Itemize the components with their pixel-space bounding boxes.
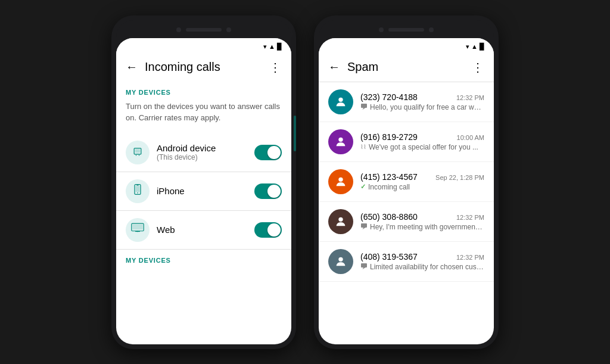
android-icon-circle: [126, 141, 150, 164]
camera-left: [176, 27, 181, 32]
android-device-subtitle: (This device): [157, 153, 247, 161]
iphone-device-icon: [132, 183, 144, 198]
avatar-3: [328, 209, 353, 234]
android-device-name: Android device: [157, 143, 247, 153]
preview-icon-2: ✓: [360, 183, 366, 191]
app-header-1: ← Incoming calls ⋮: [116, 53, 291, 82]
battery-icon-2: ▉: [480, 43, 484, 51]
android-device-toggle[interactable]: [254, 145, 282, 160]
spam-preview-0: Hello, you qualify for free a car wash: [360, 103, 484, 111]
status-icons-2: ▾ ▲ ▉: [466, 43, 484, 51]
status-bar-2: ▾ ▲ ▉: [319, 38, 494, 53]
back-button-1[interactable]: ←: [126, 60, 138, 74]
svg-point-15: [338, 137, 343, 141]
spam-number-3: (650) 308-8860: [360, 212, 418, 222]
device-item-iphone: iPhone: [116, 172, 291, 210]
section-label-my-devices-1: MY DEVICES: [116, 82, 291, 98]
spam-preview-4: Limited availability for chosen cust...: [360, 263, 484, 271]
spam-info-4: (408) 319-536712:32 PMLimited availabili…: [360, 252, 484, 271]
wifi-icon: ▾: [263, 43, 267, 51]
battery-icon: ▉: [277, 43, 282, 51]
svg-rect-1: [135, 150, 140, 153]
preview-text-1: We've got a special offer for you ...: [369, 143, 478, 151]
toggle-knob-android: [267, 146, 281, 159]
svg-rect-18: [361, 223, 367, 228]
web-device-info: Web: [157, 225, 247, 235]
page-title-2: Spam: [347, 60, 378, 74]
spam-number-0: (323) 720-4188: [360, 92, 418, 102]
web-icon-circle: [126, 218, 150, 242]
spam-preview-3: Hey, I'm meeting with governmental ...: [360, 223, 484, 231]
spam-number-row-4: (408) 319-536712:32 PM: [360, 252, 484, 262]
status-icons-1: ▾ ▲ ▉: [263, 43, 282, 51]
spam-list-item[interactable]: (408) 319-536712:32 PMLimited availabili…: [319, 242, 494, 282]
section-label-my-devices-2: MY DEVICES: [116, 250, 291, 266]
web-device-icon: [131, 223, 144, 237]
spam-time-4: 12:32 PM: [456, 254, 484, 261]
header-left-1: ← Incoming calls: [126, 60, 220, 74]
avatar-4: [328, 249, 353, 274]
more-menu-1[interactable]: ⋮: [269, 60, 282, 74]
avatar-2: [328, 169, 353, 194]
speaker-bar: [186, 28, 222, 32]
spam-time-1: 10:00 AM: [457, 134, 484, 141]
status-bar-1: ▾ ▲ ▉: [116, 38, 291, 53]
screen-content-1: MY DEVICES Turn on the devices you want …: [116, 82, 291, 344]
wifi-icon-2: ▾: [466, 43, 469, 51]
svg-point-16: [338, 177, 343, 181]
preview-text-0: Hello, you qualify for free a car wash: [370, 103, 484, 111]
preview-icon-4: [360, 263, 368, 271]
spam-time-3: 12:32 PM: [456, 214, 484, 221]
camera-right: [226, 27, 231, 32]
spam-list-item[interactable]: (415) 123-4567Sep 22, 1:28 PM✓Incoming c…: [319, 162, 494, 202]
iphone-device-info: iPhone: [157, 186, 247, 196]
svg-rect-20: [361, 263, 367, 267]
spam-list-item[interactable]: (916) 819-272910:00 AM⌇⌇We've got a spec…: [319, 122, 494, 162]
phone-spam: ▾ ▲ ▉ ← Spam ⋮ (323) 720-418812:32 PMHel…: [314, 15, 499, 349]
spam-number-1: (916) 819-2729: [360, 132, 418, 142]
phone-notch-2: [319, 20, 494, 38]
device-item-web: Web: [116, 211, 291, 249]
avatar-0: [328, 89, 353, 114]
app-header-2: ← Spam ⋮: [319, 53, 494, 82]
device-item-android: Android device (This device): [116, 133, 291, 172]
spam-preview-1: ⌇⌇We've got a special offer for you ...: [360, 143, 484, 151]
speaker-bar-2: [388, 28, 424, 32]
more-menu-2[interactable]: ⋮: [472, 60, 484, 74]
web-device-toggle[interactable]: [254, 222, 282, 238]
svg-point-17: [338, 217, 343, 221]
spam-list-item[interactable]: (650) 308-886012:32 PMHey, I'm meeting w…: [319, 202, 494, 242]
svg-point-7: [137, 192, 138, 194]
phone-notch: [116, 20, 291, 38]
iphone-icon-circle: [126, 179, 150, 203]
camera-right-2: [429, 27, 434, 32]
spam-number-4: (408) 319-5367: [360, 252, 418, 262]
phone-incoming-calls: ▾ ▲ ▉ ← Incoming calls ⋮ MY DEVICES Turn…: [111, 15, 296, 349]
back-button-2[interactable]: ←: [328, 60, 340, 74]
devices-description: Turn on the devices you want to answer c…: [116, 98, 291, 133]
iphone-device-toggle[interactable]: [254, 183, 282, 199]
spam-time-0: 12:32 PM: [456, 94, 484, 101]
svg-point-19: [338, 257, 343, 261]
spam-list-item[interactable]: (323) 720-418812:32 PMHello, you qualify…: [319, 82, 494, 122]
android-device-info: Android device (This device): [157, 143, 247, 161]
phones-container: ▾ ▲ ▉ ← Incoming calls ⋮ MY DEVICES Turn…: [111, 15, 499, 349]
spam-info-1: (916) 819-272910:00 AM⌇⌇We've got a spec…: [360, 132, 484, 151]
svg-rect-14: [361, 104, 367, 108]
svg-rect-10: [132, 225, 142, 230]
spam-number-row-3: (650) 308-886012:32 PM: [360, 212, 484, 222]
preview-icon-1: ⌇⌇: [360, 144, 366, 150]
camera-left-2: [379, 27, 384, 32]
avatar-1: [328, 129, 353, 154]
spam-time-2: Sep 22, 1:28 PM: [435, 174, 484, 181]
preview-text-3: Hey, I'm meeting with governmental ...: [370, 223, 484, 231]
preview-icon-0: [360, 103, 368, 111]
android-device-icon: [132, 145, 144, 160]
spam-number-row-1: (916) 819-272910:00 AM: [360, 132, 484, 142]
spam-list: (323) 720-418812:32 PMHello, you qualify…: [319, 82, 494, 282]
signal-icon: ▲: [269, 43, 275, 50]
spam-number-row-2: (415) 123-4567Sep 22, 1:28 PM: [360, 172, 484, 182]
web-device-name: Web: [157, 225, 247, 235]
spam-info-0: (323) 720-418812:32 PMHello, you qualify…: [360, 92, 484, 111]
spam-info-3: (650) 308-886012:32 PMHey, I'm meeting w…: [360, 212, 484, 231]
